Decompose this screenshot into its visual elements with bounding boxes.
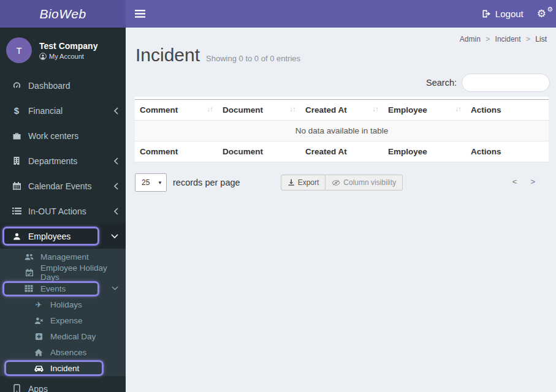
column-header-employee[interactable]: ↓↑ Employee [383,100,466,121]
breadcrumb-separator: > [526,35,530,43]
car-icon [32,364,45,372]
brand-logo[interactable]: BioWeb [0,0,126,28]
column-header-document[interactable]: ↓↑ Document [218,100,300,121]
sidebar-item-label: Apps [28,384,48,392]
sidebar-item-financial[interactable]: $ Financial [0,98,126,123]
table-icon [22,285,36,292]
sort-icon[interactable]: ↓↑ [207,105,213,113]
home-icon [32,349,45,356]
user-panel: T Test Company My Account [0,28,126,73]
top-navbar: BioWeb Logout ⚙ ⚙ [0,0,556,28]
eye-slash-icon [332,179,340,186]
sidebar-item-departments[interactable]: Departments [0,148,126,173]
column-label: Document [223,105,263,115]
user-info: Test Company My Account [39,41,97,60]
sidebar-item-label: Departments [28,156,77,166]
gear-icon: ⚙ [537,8,546,20]
sidebar-toggle-button[interactable] [126,0,154,28]
chevron-left-icon [113,157,118,165]
footer-employee: Employee [383,141,466,162]
breadcrumb-admin[interactable]: Admin [460,35,481,43]
column-label: Created At [305,105,347,115]
breadcrumb-incident[interactable]: Incident [495,35,521,43]
sidebar-item-work-centers[interactable]: Work centers [0,123,126,148]
page-header: Incident Showing 0 to 0 of 0 entries [135,45,300,66]
column-visibility-label: Column visibility [343,178,396,187]
incident-table: ↓↑ Comment ↓↑ Document ↓↑ Created At ↓ [135,97,549,162]
gear-small-icon: ⚙ [547,6,553,13]
table-info-text: Showing 0 to 0 of 0 entries [206,54,300,63]
settings-button[interactable]: ⚙ ⚙ [537,9,550,19]
app-window: BioWeb Logout ⚙ ⚙ [0,0,556,392]
user-name: Test Company [39,41,97,51]
sidebar-item-label: Absences [50,348,86,357]
next-page-button[interactable]: > [530,177,535,186]
footer-document: Document [218,141,300,162]
sidebar-item-label: Employee Holiday Days [40,263,126,282]
sidebar-item-employees[interactable]: Employees [0,224,126,249]
sidebar-item-medical-day[interactable]: Medical Day [0,328,126,344]
sidebar-item-holidays[interactable]: ✈ Holidays [0,296,126,312]
column-header-comment[interactable]: ↓↑ Comment [135,100,218,121]
search-row: Search: [426,74,550,92]
breadcrumb: Admin > Incident > List [460,35,547,43]
chevron-left-icon [113,107,118,115]
column-visibility-button[interactable]: Column visibility [326,175,403,190]
my-account-link[interactable]: My Account [39,53,97,60]
briefcase-icon [10,132,23,140]
page-title: Incident [135,45,200,66]
sidebar-item-dashboard[interactable]: Dashboard [0,73,126,98]
sidebar-item-label: Expense [50,316,83,325]
users-icon [22,253,36,261]
sidebar-item-label: Work centers [28,131,78,141]
previous-page-button[interactable]: < [512,177,517,186]
sidebar-item-absences[interactable]: Absences [0,344,126,360]
column-header-actions: Actions [466,100,549,121]
avatar[interactable]: T [6,37,32,63]
plane-icon: ✈ [32,300,45,309]
page-length-select[interactable]: 25 ▼ [135,173,167,192]
records-per-page-label: records per page [173,178,240,187]
search-input[interactable] [462,74,550,92]
page-length-control: 25 ▼ records per page [135,173,240,192]
main-content: Admin > Incident > List Incident Showing… [126,28,556,392]
navbar-right: Logout ⚙ ⚙ [126,0,556,28]
sort-icon[interactable]: ↓↑ [373,105,379,113]
chevron-left-icon [113,183,118,190]
footer-created-at: Created At [300,141,383,162]
sign-out-icon [482,9,491,18]
sidebar-item-label: Financial [28,106,63,116]
user-circle-icon [39,53,47,60]
table-header-row: ↓↑ Comment ↓↑ Document ↓↑ Created At ↓ [135,100,549,121]
sidebar-item-label: In-OUT Actions [28,206,86,216]
sidebar-item-events[interactable]: Events [0,281,126,296]
sidebar-item-label: Dashboard [28,81,70,91]
dashboard-icon [10,81,23,90]
pagination: < > [512,177,535,186]
footer-comment: Comment [135,141,218,162]
table-empty-row: No data available in table [135,121,549,141]
sidebar-item-calendar-events[interactable]: Calendar Events [0,173,126,198]
sidebar-item-in-out-actions[interactable]: In-OUT Actions [0,198,126,224]
sidebar-item-management[interactable]: Management [0,249,126,265]
sidebar-item-label: Events [40,284,66,293]
sort-icon[interactable]: ↓↑ [455,105,462,113]
sidebar-item-incident[interactable]: Incident [0,360,126,376]
export-label: Export [298,178,319,187]
column-label: Comment [140,105,178,115]
column-header-created-at[interactable]: ↓↑ Created At [300,100,383,121]
sidebar-item-expense[interactable]: Expense [0,312,126,328]
chevron-down-icon [111,234,118,239]
breadcrumb-current: List [535,35,547,43]
sidebar-item-employee-holiday-days[interactable]: Employee Holiday Days [0,265,126,281]
select-caret-icon: ▼ [158,180,162,186]
export-button[interactable]: Export [281,175,326,190]
sidebar-item-label: Holidays [50,300,82,309]
table-controls: 25 ▼ records per page Export [135,173,549,193]
sidebar-menu: Dashboard $ Financial Work centers [0,73,126,392]
user-icon [10,232,23,241]
tutorial-highlight-box: Incident [4,360,104,376]
logout-button[interactable]: Logout [482,9,524,19]
sort-icon[interactable]: ↓↑ [290,105,296,113]
sidebar-item-apps[interactable]: Apps [0,376,126,392]
